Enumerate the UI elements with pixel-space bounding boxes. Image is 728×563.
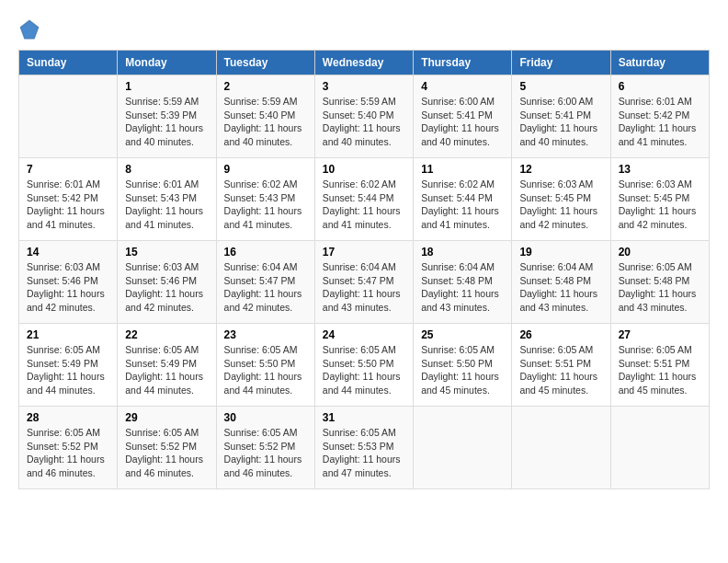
day-number: 11 — [421, 163, 504, 176]
day-info: Sunrise: 6:02 AM Sunset: 5:43 PM Dayligh… — [224, 178, 307, 232]
day-info: Sunrise: 6:01 AM Sunset: 5:43 PM Dayligh… — [125, 178, 208, 232]
calendar-cell — [19, 75, 118, 158]
calendar-cell: 13Sunrise: 6:03 AM Sunset: 5:45 PM Dayli… — [610, 158, 709, 241]
day-info: Sunrise: 6:03 AM Sunset: 5:45 PM Dayligh… — [519, 178, 602, 232]
calendar-body: 1Sunrise: 5:59 AM Sunset: 5:39 PM Daylig… — [19, 75, 710, 489]
day-info: Sunrise: 6:03 AM Sunset: 5:45 PM Dayligh… — [619, 178, 701, 232]
calendar-cell: 9Sunrise: 6:02 AM Sunset: 5:43 PM Daylig… — [216, 158, 314, 241]
calendar-cell: 28Sunrise: 6:05 AM Sunset: 5:52 PM Dayli… — [19, 407, 118, 489]
day-number: 10 — [323, 163, 405, 176]
calendar-cell: 1Sunrise: 5:59 AM Sunset: 5:39 PM Daylig… — [118, 75, 216, 158]
day-number: 15 — [125, 246, 208, 259]
calendar-cell: 2Sunrise: 5:59 AM Sunset: 5:40 PM Daylig… — [216, 75, 314, 158]
week-row-1: 1Sunrise: 5:59 AM Sunset: 5:39 PM Daylig… — [19, 75, 710, 158]
calendar-cell: 23Sunrise: 6:05 AM Sunset: 5:50 PM Dayli… — [216, 324, 314, 407]
calendar-cell: 29Sunrise: 6:05 AM Sunset: 5:52 PM Dayli… — [118, 407, 216, 489]
day-number: 20 — [619, 246, 701, 259]
calendar-cell: 12Sunrise: 6:03 AM Sunset: 5:45 PM Dayli… — [512, 158, 610, 241]
calendar-cell: 7Sunrise: 6:01 AM Sunset: 5:42 PM Daylig… — [19, 158, 118, 241]
day-number: 31 — [323, 411, 405, 424]
day-info: Sunrise: 6:05 AM Sunset: 5:51 PM Dayligh… — [619, 343, 701, 397]
day-number: 12 — [519, 163, 602, 176]
header-saturday: Saturday — [610, 51, 709, 75]
calendar-table: SundayMondayTuesdayWednesdayThursdayFrid… — [18, 50, 710, 489]
day-info: Sunrise: 6:05 AM Sunset: 5:52 PM Dayligh… — [27, 426, 109, 480]
calendar-cell: 19Sunrise: 6:04 AM Sunset: 5:48 PM Dayli… — [512, 241, 610, 324]
day-number: 24 — [323, 328, 405, 341]
day-number: 5 — [519, 80, 602, 93]
calendar-cell: 16Sunrise: 6:04 AM Sunset: 5:47 PM Dayli… — [216, 241, 314, 324]
week-row-3: 14Sunrise: 6:03 AM Sunset: 5:46 PM Dayli… — [19, 241, 710, 324]
day-number: 27 — [619, 328, 701, 341]
header-thursday: Thursday — [414, 51, 512, 75]
calendar-cell: 4Sunrise: 6:00 AM Sunset: 5:41 PM Daylig… — [414, 75, 512, 158]
day-info: Sunrise: 6:05 AM Sunset: 5:52 PM Dayligh… — [224, 426, 307, 480]
calendar-cell: 25Sunrise: 6:05 AM Sunset: 5:50 PM Dayli… — [414, 324, 512, 407]
day-number: 2 — [224, 80, 307, 93]
calendar-cell — [610, 407, 709, 489]
day-info: Sunrise: 6:05 AM Sunset: 5:50 PM Dayligh… — [323, 343, 405, 397]
day-number: 14 — [27, 246, 109, 259]
day-number: 28 — [27, 411, 109, 424]
day-info: Sunrise: 6:03 AM Sunset: 5:46 PM Dayligh… — [125, 260, 208, 315]
day-number: 1 — [125, 80, 208, 93]
day-number: 7 — [27, 163, 109, 176]
day-number: 26 — [519, 328, 602, 341]
day-number: 30 — [224, 411, 307, 424]
day-number: 29 — [125, 411, 208, 424]
calendar-cell: 15Sunrise: 6:03 AM Sunset: 5:46 PM Dayli… — [118, 241, 216, 324]
day-info: Sunrise: 6:02 AM Sunset: 5:44 PM Dayligh… — [421, 178, 504, 232]
calendar-cell: 5Sunrise: 6:00 AM Sunset: 5:41 PM Daylig… — [512, 75, 610, 158]
calendar-cell: 31Sunrise: 6:05 AM Sunset: 5:53 PM Dayli… — [314, 407, 413, 489]
header-monday: Monday — [118, 51, 216, 75]
calendar-cell — [512, 407, 610, 489]
day-number: 9 — [224, 163, 307, 176]
day-number: 6 — [619, 80, 701, 93]
week-row-4: 21Sunrise: 6:05 AM Sunset: 5:49 PM Dayli… — [19, 324, 710, 407]
day-info: Sunrise: 6:05 AM Sunset: 5:49 PM Dayligh… — [125, 343, 208, 397]
calendar-cell: 14Sunrise: 6:03 AM Sunset: 5:46 PM Dayli… — [19, 241, 118, 324]
calendar-cell: 20Sunrise: 6:05 AM Sunset: 5:48 PM Dayli… — [610, 241, 709, 324]
day-number: 16 — [224, 246, 307, 259]
day-number: 17 — [323, 246, 405, 259]
day-number: 3 — [323, 80, 405, 93]
calendar-cell: 11Sunrise: 6:02 AM Sunset: 5:44 PM Dayli… — [414, 158, 512, 241]
day-number: 21 — [27, 328, 109, 341]
day-info: Sunrise: 5:59 AM Sunset: 5:40 PM Dayligh… — [323, 95, 405, 149]
day-info: Sunrise: 6:00 AM Sunset: 5:41 PM Dayligh… — [519, 95, 602, 149]
day-info: Sunrise: 6:04 AM Sunset: 5:47 PM Dayligh… — [224, 260, 307, 315]
header-tuesday: Tuesday — [216, 51, 314, 75]
day-number: 8 — [125, 163, 208, 176]
day-number: 4 — [421, 80, 504, 93]
week-row-2: 7Sunrise: 6:01 AM Sunset: 5:42 PM Daylig… — [19, 158, 710, 241]
calendar-cell: 3Sunrise: 5:59 AM Sunset: 5:40 PM Daylig… — [314, 75, 413, 158]
day-info: Sunrise: 6:05 AM Sunset: 5:49 PM Dayligh… — [27, 343, 109, 397]
day-info: Sunrise: 6:05 AM Sunset: 5:50 PM Dayligh… — [421, 343, 504, 397]
page-header — [18, 18, 710, 40]
calendar-cell: 22Sunrise: 6:05 AM Sunset: 5:49 PM Dayli… — [118, 324, 216, 407]
day-info: Sunrise: 6:05 AM Sunset: 5:48 PM Dayligh… — [619, 260, 701, 315]
logo — [18, 18, 44, 40]
day-info: Sunrise: 6:03 AM Sunset: 5:46 PM Dayligh… — [27, 260, 109, 315]
day-info: Sunrise: 6:05 AM Sunset: 5:53 PM Dayligh… — [323, 426, 405, 480]
header-friday: Friday — [512, 51, 610, 75]
logo-icon — [18, 18, 40, 40]
calendar-cell: 18Sunrise: 6:04 AM Sunset: 5:48 PM Dayli… — [414, 241, 512, 324]
calendar-cell: 24Sunrise: 6:05 AM Sunset: 5:50 PM Dayli… — [314, 324, 413, 407]
calendar-cell — [414, 407, 512, 489]
header-wednesday: Wednesday — [314, 51, 413, 75]
day-info: Sunrise: 6:01 AM Sunset: 5:42 PM Dayligh… — [27, 178, 109, 232]
calendar-cell: 21Sunrise: 6:05 AM Sunset: 5:49 PM Dayli… — [19, 324, 118, 407]
header-sunday: Sunday — [19, 51, 118, 75]
day-number: 18 — [421, 246, 504, 259]
day-info: Sunrise: 5:59 AM Sunset: 5:40 PM Dayligh… — [224, 95, 307, 149]
day-info: Sunrise: 6:01 AM Sunset: 5:42 PM Dayligh… — [619, 95, 701, 149]
day-info: Sunrise: 6:05 AM Sunset: 5:50 PM Dayligh… — [224, 343, 307, 397]
calendar-cell: 6Sunrise: 6:01 AM Sunset: 5:42 PM Daylig… — [610, 75, 709, 158]
day-info: Sunrise: 6:04 AM Sunset: 5:48 PM Dayligh… — [421, 260, 504, 315]
header-row: SundayMondayTuesdayWednesdayThursdayFrid… — [19, 51, 710, 75]
day-info: Sunrise: 6:00 AM Sunset: 5:41 PM Dayligh… — [421, 95, 504, 149]
calendar-cell: 17Sunrise: 6:04 AM Sunset: 5:47 PM Dayli… — [314, 241, 413, 324]
day-info: Sunrise: 5:59 AM Sunset: 5:39 PM Dayligh… — [125, 95, 208, 149]
calendar-header: SundayMondayTuesdayWednesdayThursdayFrid… — [19, 51, 710, 75]
